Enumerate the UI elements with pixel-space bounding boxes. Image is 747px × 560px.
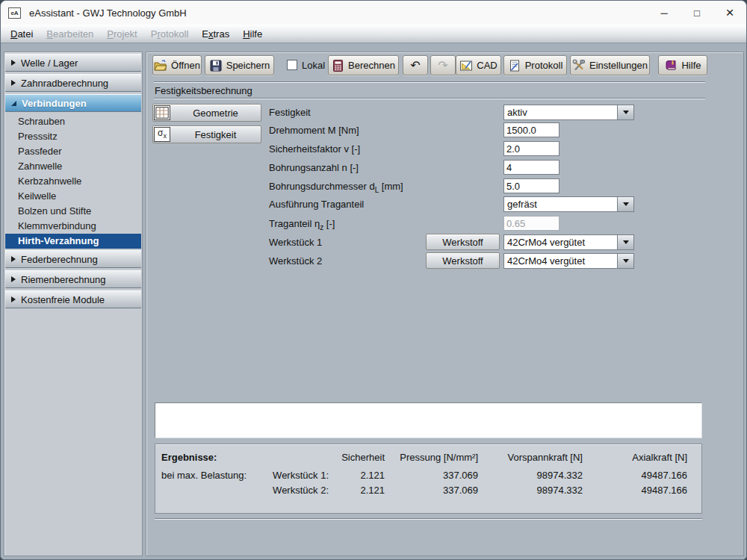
sidebar-item-zahnwelle[interactable]: Zahnwelle bbox=[4, 159, 142, 174]
chevron-right-icon bbox=[11, 296, 16, 302]
results-value: 2.121 bbox=[329, 483, 385, 498]
sidebar-header-verbindungen[interactable]: Verbindungen bbox=[5, 94, 141, 112]
drehmoment-input[interactable] bbox=[503, 122, 560, 137]
menu-protokoll: Protokoll bbox=[144, 26, 196, 42]
app-icon: eA bbox=[8, 7, 21, 19]
verbindungen-items: Schrauben Presssitz Passfeder Zahnwelle … bbox=[4, 114, 142, 249]
menu-hilfe[interactable]: Hilfe bbox=[236, 26, 269, 42]
chevron-right-icon bbox=[11, 256, 16, 262]
field-label-werkstueck-2: Werkstück 2 bbox=[269, 255, 322, 267]
results-value: 98974.332 bbox=[478, 468, 583, 483]
results-value: 337.069 bbox=[385, 468, 478, 483]
undo-button[interactable]: ↶ bbox=[403, 55, 428, 75]
field-label-werkstueck-1: Werkstück 1 bbox=[269, 237, 322, 248]
dropdown-arrow-button[interactable] bbox=[618, 196, 634, 212]
separator bbox=[154, 98, 705, 99]
sidebar-item-presssitz[interactable]: Presssitz bbox=[4, 129, 142, 144]
sidebar-header-federberechnung[interactable]: Federberechnung bbox=[5, 250, 141, 268]
undo-icon: ↶ bbox=[410, 60, 420, 72]
werkstoff-button-2[interactable]: Werkstoff bbox=[426, 252, 500, 269]
help-button[interactable]: Hilfe bbox=[658, 55, 707, 75]
save-button[interactable]: Speichern bbox=[205, 55, 274, 75]
dropdown-arrow-button[interactable] bbox=[618, 105, 634, 120]
results-value: 49487.166 bbox=[583, 468, 687, 483]
field-label-traganteil: Traganteil ηz [-] bbox=[269, 218, 335, 231]
dropdown-arrow-button[interactable] bbox=[618, 253, 634, 269]
results-value: 49487.166 bbox=[583, 483, 687, 498]
sidebar-header-welle-lager[interactable]: Welle / Lager bbox=[5, 54, 141, 72]
ausfuehrung-traganteil-select[interactable]: gefräst bbox=[503, 196, 634, 212]
local-checkbox[interactable] bbox=[287, 60, 297, 70]
field-label-drehmoment: Drehmoment M [Nm] bbox=[269, 125, 359, 136]
chevron-right-icon bbox=[11, 276, 16, 282]
field-label-bohrungsanzahl: Bohrungsanzahl n [-] bbox=[269, 162, 359, 173]
protocol-button[interactable]: Protokoll bbox=[503, 55, 567, 75]
sidebar-header-kostenfreie-module[interactable]: Kostenfreie Module bbox=[5, 290, 141, 308]
sidebar-header-riemenberechnung[interactable]: Riemenberechnung bbox=[5, 270, 141, 288]
title-bar: eA eAssistant - GWJ Technology GmbH ─ □ … bbox=[1, 1, 746, 25]
results-value: 337.069 bbox=[385, 483, 478, 498]
festigkeit-select-value: aktiv bbox=[503, 105, 618, 120]
werkstueck-2-material-select[interactable]: 42CrMo4 vergütet bbox=[503, 253, 634, 269]
app-area: Welle / Lager Zahnradberechnung Verbindu… bbox=[1, 44, 746, 559]
menu-extras[interactable]: Extras bbox=[195, 26, 236, 42]
chevron-down-icon bbox=[623, 259, 629, 263]
results-row-name: Werkstück 1: bbox=[272, 468, 329, 483]
traganteil-input bbox=[503, 216, 560, 231]
calculate-button[interactable]: Berechnen bbox=[328, 55, 399, 75]
dropdown-arrow-button[interactable] bbox=[618, 234, 634, 250]
chevron-right-icon bbox=[11, 80, 16, 86]
results-value: 98974.332 bbox=[478, 483, 583, 498]
cad-drawing-icon bbox=[459, 59, 473, 72]
festigkeit-select[interactable]: aktiv bbox=[503, 105, 634, 120]
field-label-ausfuehrung-traganteil: Ausführung Traganteil bbox=[269, 199, 364, 210]
cad-button[interactable]: CAD bbox=[456, 55, 501, 75]
ausfuehrung-traganteil-select-value: gefräst bbox=[503, 196, 618, 212]
sidebar-item-passfeder[interactable]: Passfeder bbox=[4, 144, 142, 159]
geometry-tab-button[interactable]: Geometrie bbox=[152, 104, 261, 122]
tools-icon bbox=[572, 59, 586, 72]
menu-bearbeiten: Bearbeiten bbox=[40, 26, 100, 42]
minimize-button[interactable]: ─ bbox=[648, 1, 681, 25]
sidebar-item-klemmverbindung[interactable]: Klemmverbindung bbox=[4, 219, 142, 234]
menu-projekt: Projekt bbox=[100, 26, 143, 42]
sidebar-item-bolzen-und-stifte[interactable]: Bolzen und Stifte bbox=[4, 204, 142, 219]
sigma-x-icon: σx bbox=[154, 127, 170, 142]
bohrungsdurchmesser-input[interactable] bbox=[503, 178, 560, 193]
window-title: eAssistant - GWJ Technology GmbH bbox=[29, 7, 187, 19]
werkstueck-1-material-select[interactable]: 42CrMo4 vergütet bbox=[503, 234, 634, 250]
results-header-pressung: Pressung [N/mm²] bbox=[385, 450, 478, 465]
redo-icon: ↷ bbox=[438, 60, 447, 72]
navigation-sidebar: Welle / Lager Zahnradberechnung Verbindu… bbox=[4, 52, 143, 556]
calculator-icon bbox=[332, 59, 344, 72]
werkstueck-1-material-value: 42CrMo4 vergütet bbox=[503, 234, 618, 250]
floppy-disk-icon bbox=[209, 59, 223, 72]
strength-tab-button[interactable]: σx Festigkeit bbox=[152, 125, 261, 143]
sidebar-item-hirth-verzahnung[interactable]: Hirth-Verzahnung bbox=[5, 234, 141, 249]
menu-datei[interactable]: Datei bbox=[4, 26, 40, 42]
chevron-down-icon bbox=[623, 111, 629, 114]
chevron-down-icon bbox=[623, 240, 629, 244]
results-panel: Ergebnisse: Sicherheit Pressung [N/mm²] … bbox=[155, 444, 702, 514]
sidebar-header-zahnradberechnung[interactable]: Zahnradberechnung bbox=[5, 74, 141, 92]
maximize-button[interactable]: □ bbox=[681, 1, 713, 25]
field-label-festigkeit: Festigkeit bbox=[269, 107, 311, 118]
results-value: 2.121 bbox=[329, 468, 385, 483]
help-book-icon bbox=[664, 59, 678, 72]
results-row-name: Werkstück 2: bbox=[272, 483, 329, 498]
results-row-label: bei max. Belastung: bbox=[161, 468, 272, 483]
open-folder-icon bbox=[154, 59, 167, 72]
sidebar-item-kerbzahnwelle[interactable]: Kerbzahnwelle bbox=[4, 174, 142, 189]
bohrungsanzahl-input[interactable] bbox=[503, 160, 560, 175]
chevron-right-icon bbox=[11, 60, 16, 66]
sidebar-item-schrauben[interactable]: Schrauben bbox=[4, 114, 142, 129]
settings-button[interactable]: Einstellungen bbox=[570, 55, 650, 75]
werkstoff-button-1[interactable]: Werkstoff bbox=[426, 234, 500, 250]
grid-icon bbox=[154, 105, 170, 120]
open-button[interactable]: Öffnen bbox=[152, 55, 202, 75]
sicherheitsfaktor-input[interactable] bbox=[503, 141, 560, 156]
results-header-axialkraft: Axialkraft [N] bbox=[583, 450, 687, 465]
close-button[interactable]: × bbox=[713, 1, 746, 25]
sidebar-item-keilwelle[interactable]: Keilwelle bbox=[4, 189, 142, 204]
menu-bar: Datei Bearbeiten Projekt Protokoll Extra… bbox=[1, 25, 746, 43]
